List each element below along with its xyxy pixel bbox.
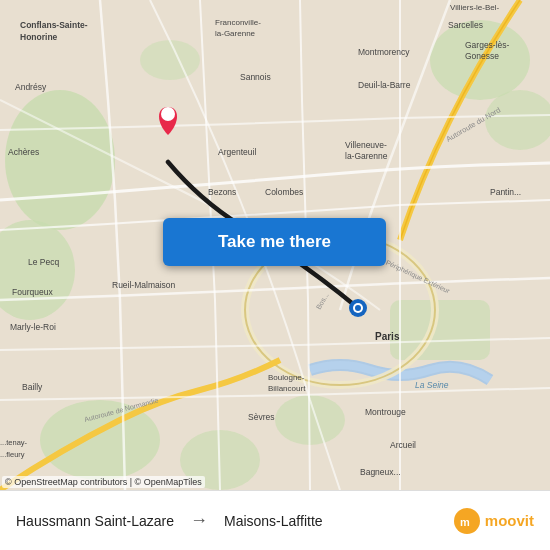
svg-text:la-Garenne: la-Garenne: [345, 151, 388, 161]
svg-text:Gonesse: Gonesse: [465, 51, 499, 61]
svg-text:Boulogne-: Boulogne-: [268, 373, 305, 382]
footer-to-label: Maisons-Laffitte: [224, 513, 323, 529]
svg-text:Garges-lès-: Garges-lès-: [465, 40, 510, 50]
svg-text:Franconville-: Franconville-: [215, 18, 261, 27]
footer-from-label: Haussmann Saint-Lazare: [16, 513, 174, 529]
svg-text:Bagneux...: Bagneux...: [360, 467, 401, 477]
svg-text:...tenay-: ...tenay-: [0, 438, 28, 447]
svg-text:Montmorency: Montmorency: [358, 47, 410, 57]
map-attribution: © OpenStreetMap contributors | © OpenMap…: [2, 476, 205, 488]
svg-text:Marly-le-Roi: Marly-le-Roi: [10, 322, 56, 332]
svg-text:Sèvres: Sèvres: [248, 412, 274, 422]
svg-text:Sarcelles: Sarcelles: [448, 20, 483, 30]
svg-text:Bailly: Bailly: [22, 382, 43, 392]
svg-text:Colombes: Colombes: [265, 187, 303, 197]
svg-text:Achères: Achères: [8, 147, 39, 157]
svg-text:Deuil-la-Barre: Deuil-la-Barre: [358, 80, 411, 90]
svg-text:Billancourt: Billancourt: [268, 384, 306, 393]
svg-text:Le Pecq: Le Pecq: [28, 257, 59, 267]
footer-route: Haussmann Saint-Lazare → Maisons-Laffitt…: [16, 510, 453, 531]
moovit-logo: m moovit: [453, 507, 534, 535]
svg-text:...fleury: ...fleury: [0, 450, 25, 459]
svg-text:Conflans-Sainte-: Conflans-Sainte-: [20, 20, 88, 30]
footer: Haussmann Saint-Lazare → Maisons-Laffitt…: [0, 490, 550, 550]
svg-text:Andrésy: Andrésy: [15, 82, 47, 92]
moovit-text: moovit: [485, 512, 534, 529]
take-me-there-button[interactable]: Take me there: [163, 218, 386, 266]
svg-text:Paris: Paris: [375, 331, 400, 342]
map-container: Conflans-Sainte- Honorine Andrésy Achère…: [0, 0, 550, 490]
svg-text:Honorine: Honorine: [20, 32, 58, 42]
svg-rect-9: [390, 300, 490, 360]
svg-text:Bezons: Bezons: [208, 187, 236, 197]
svg-text:Pantin...: Pantin...: [490, 187, 521, 197]
svg-text:Villiers-le-Bel-: Villiers-le-Bel-: [450, 3, 500, 12]
moovit-logo-icon: m: [453, 507, 481, 535]
svg-point-53: [161, 107, 175, 121]
svg-text:Arcueil: Arcueil: [390, 440, 416, 450]
svg-text:Rueil-Malmaison: Rueil-Malmaison: [112, 280, 176, 290]
footer-arrow-icon: →: [190, 510, 208, 531]
svg-text:m: m: [460, 516, 470, 528]
svg-text:Argenteuil: Argenteuil: [218, 147, 256, 157]
svg-text:La Seine: La Seine: [415, 380, 449, 390]
svg-text:Fourqueux: Fourqueux: [12, 287, 53, 297]
svg-text:Sannois: Sannois: [240, 72, 271, 82]
svg-text:la-Garenne: la-Garenne: [215, 29, 256, 38]
svg-point-8: [140, 40, 200, 80]
svg-text:Villeneuve-: Villeneuve-: [345, 140, 387, 150]
svg-point-52: [355, 305, 361, 311]
svg-text:Montrouge: Montrouge: [365, 407, 406, 417]
